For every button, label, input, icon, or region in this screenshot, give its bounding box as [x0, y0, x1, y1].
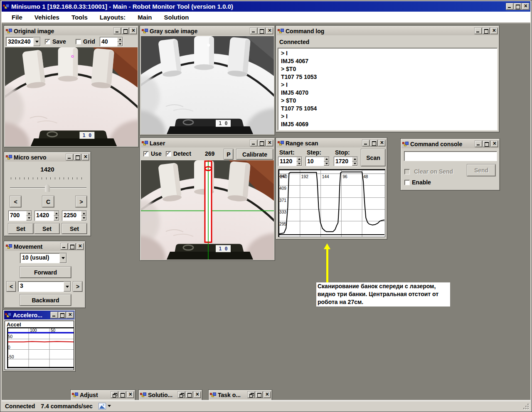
grid-checkbox[interactable]: [76, 39, 81, 44]
close-button[interactable]: [491, 141, 498, 147]
menu-solution[interactable]: Solution: [160, 13, 193, 22]
spin-down-button[interactable]: [352, 162, 357, 166]
save-checkbox[interactable]: [45, 39, 50, 44]
servo-dec-button[interactable]: <: [10, 196, 21, 207]
dropdown-arrow-icon[interactable]: [64, 282, 71, 292]
spin-down-button[interactable]: [117, 42, 123, 47]
step-spinner[interactable]: 10: [305, 157, 330, 166]
start-spinner[interactable]: 1120: [278, 157, 302, 166]
spin-up-button[interactable]: [296, 157, 302, 162]
resolution-dropdown[interactable]: 320x240: [6, 37, 41, 47]
minimize-button[interactable]: [114, 28, 121, 34]
close-button[interactable]: [522, 3, 529, 10]
turn-right-button[interactable]: >: [73, 282, 82, 292]
image-icon[interactable]: [99, 403, 106, 410]
minimize-button[interactable]: [475, 141, 482, 147]
maximize-button[interactable]: [258, 140, 265, 146]
laser-camera-view[interactable]: 1 0: [141, 160, 274, 260]
forward-button[interactable]: Forward: [20, 267, 71, 278]
resize-grip[interactable]: [523, 404, 529, 410]
menu-file[interactable]: File: [7, 13, 27, 22]
spin-up-button[interactable]: [81, 211, 86, 216]
maximize-button[interactable]: [122, 28, 129, 34]
close-button[interactable]: [264, 392, 271, 398]
main-titlebar[interactable]: Minisumo 1 [192.168.0.33:10001] - Main -…: [2, 1, 530, 12]
close-button[interactable]: [194, 392, 201, 398]
maximize-button[interactable]: [483, 141, 490, 147]
maximize-button[interactable]: [258, 28, 265, 34]
close-button[interactable]: [266, 140, 273, 146]
maximize-button[interactable]: [119, 392, 126, 398]
close-button[interactable]: [378, 140, 385, 146]
command-log-titlebar[interactable]: Command log: [277, 27, 498, 35]
minimize-button[interactable]: [51, 312, 58, 318]
minimize-button[interactable]: [362, 140, 369, 146]
servo-min-spinner[interactable]: 700: [8, 211, 32, 221]
close-button[interactable]: [266, 28, 273, 34]
close-button[interactable]: [82, 154, 89, 160]
restore-button[interactable]: [178, 392, 185, 398]
maximize-button[interactable]: [370, 140, 377, 146]
enable-checkbox[interactable]: [404, 180, 410, 185]
spin-up-button[interactable]: [26, 211, 32, 216]
minimize-button[interactable]: [506, 3, 513, 10]
servo-set-mid-button[interactable]: Set: [34, 223, 59, 234]
p-button[interactable]: P: [224, 149, 233, 159]
minimize-button[interactable]: [61, 243, 68, 250]
task-titlebar[interactable]: Task o...: [209, 390, 271, 399]
spin-up-button[interactable]: [324, 157, 329, 162]
close-button[interactable]: [76, 243, 84, 250]
servo-set-max-button[interactable]: Set: [62, 223, 87, 234]
spin-up-button[interactable]: [352, 157, 357, 162]
steps-dropdown[interactable]: 3: [18, 281, 71, 292]
range-scan-titlebar[interactable]: Range scan: [277, 139, 386, 147]
servo-set-min-button[interactable]: Set: [8, 223, 33, 234]
calibrate-button[interactable]: Calibrate: [236, 149, 273, 159]
close-button[interactable]: [127, 392, 134, 398]
command-input[interactable]: [404, 151, 497, 161]
minimize-button[interactable]: [250, 28, 257, 34]
dropdown-arrow-icon[interactable]: [33, 37, 40, 46]
adjust-titlebar[interactable]: Adjust: [71, 390, 135, 399]
movement-titlebar[interactable]: Movement: [5, 242, 84, 251]
maximize-button[interactable]: [256, 392, 263, 398]
minimize-button[interactable]: [250, 140, 257, 146]
spin-down-button[interactable]: [324, 162, 329, 166]
speed-dropdown[interactable]: 10 (usual): [20, 253, 67, 263]
accelerometer-titlebar[interactable]: Accelero...: [4, 311, 74, 319]
maximize-button[interactable]: [186, 392, 193, 398]
caret-down-icon[interactable]: [108, 405, 111, 407]
spin-up-button[interactable]: [54, 211, 59, 216]
dropdown-arrow-icon[interactable]: [59, 253, 66, 263]
spin-down-button[interactable]: [26, 216, 32, 221]
grid-size-spinner[interactable]: 40: [100, 37, 123, 47]
servo-mid-spinner[interactable]: 1420: [34, 211, 59, 221]
minimize-button[interactable]: [66, 154, 73, 160]
maximize-button[interactable]: [74, 154, 81, 160]
maximize-button[interactable]: [514, 3, 521, 10]
menu-main[interactable]: Main: [133, 13, 156, 22]
servo-inc-button[interactable]: >: [76, 196, 87, 207]
spin-up-button[interactable]: [117, 37, 123, 42]
stop-spinner[interactable]: 1720: [334, 157, 358, 166]
restore-button[interactable]: [248, 392, 255, 398]
close-button[interactable]: [130, 28, 137, 34]
close-button[interactable]: [490, 28, 498, 34]
minimize-button[interactable]: [475, 28, 482, 34]
command-log-list[interactable]: > IIMJ5 4067> $T0T107 75 1053> IIMJ5 407…: [278, 48, 498, 130]
maximize-button[interactable]: [69, 243, 76, 250]
turn-left-button[interactable]: <: [7, 282, 16, 292]
restore-button[interactable]: [111, 392, 118, 398]
backward-button[interactable]: Backward: [20, 294, 71, 306]
spin-down-button[interactable]: [81, 216, 86, 221]
menu-layouts[interactable]: Layouts:: [96, 13, 130, 22]
servo-slider-thumb[interactable]: [45, 184, 50, 192]
laser-titlebar[interactable]: Laser: [141, 139, 274, 147]
menu-vehicles[interactable]: Vehicles: [30, 13, 64, 22]
close-button[interactable]: [66, 312, 74, 318]
gray-scale-titlebar[interactable]: Gray scale image: [141, 27, 274, 35]
solution-titlebar[interactable]: Solutio...: [139, 390, 202, 399]
spin-down-button[interactable]: [54, 216, 59, 221]
maximize-button[interactable]: [59, 312, 66, 318]
spin-down-button[interactable]: [296, 162, 302, 166]
